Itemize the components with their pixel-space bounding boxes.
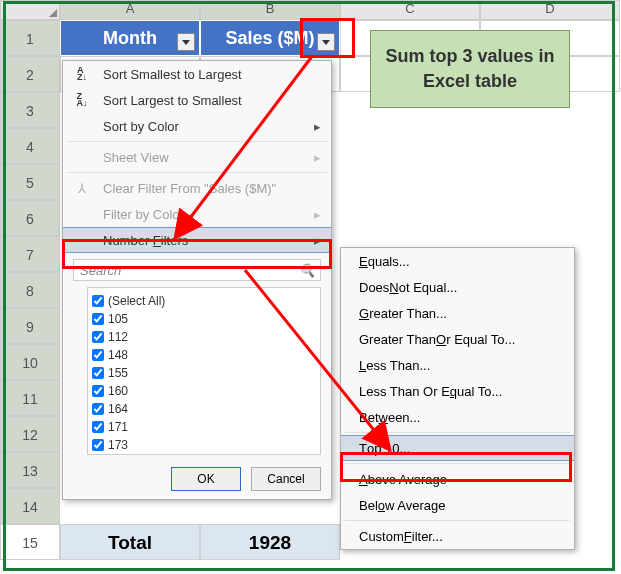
sort-by-color[interactable]: Sort by Color ▸ bbox=[63, 113, 331, 139]
table-header-sales[interactable]: Sales ($M) bbox=[200, 20, 340, 56]
menu-label: Sort by Color bbox=[103, 119, 179, 134]
check-label: 173 bbox=[108, 438, 128, 452]
sort-asc[interactable]: AZ↓ Sort Smallest to Largest bbox=[63, 61, 331, 87]
checkbox[interactable] bbox=[92, 439, 104, 451]
menu-label: Number Filters bbox=[103, 233, 188, 248]
rownum[interactable]: 5 bbox=[0, 164, 60, 200]
submenu-arrow-icon: ▸ bbox=[314, 119, 321, 134]
rownum[interactable]: 3 bbox=[0, 92, 60, 128]
sort-desc-icon: ZA↓ bbox=[73, 93, 91, 107]
checkbox[interactable] bbox=[92, 403, 104, 415]
column-headers: A B C D bbox=[60, 0, 620, 20]
rownum[interactable]: 13 bbox=[0, 452, 60, 488]
cancel-button[interactable]: Cancel bbox=[251, 467, 321, 491]
filter-below-avg[interactable]: Below Average bbox=[341, 492, 574, 518]
separator bbox=[67, 141, 327, 142]
annotation-callout: Sum top 3 values in Excel table bbox=[370, 30, 570, 108]
rownum[interactable]: 8 bbox=[0, 272, 60, 308]
search-placeholder: Search bbox=[80, 263, 121, 278]
number-filters-submenu: Equals... Does Not Equal... Greater Than… bbox=[340, 247, 575, 550]
filter-search[interactable]: Search 🔍 bbox=[73, 259, 321, 281]
checkbox[interactable] bbox=[92, 349, 104, 361]
rownum[interactable]: 6 bbox=[0, 200, 60, 236]
table-header-label: Month bbox=[103, 28, 157, 49]
search-icon: 🔍 bbox=[299, 263, 315, 278]
submenu-arrow-icon: ▸ bbox=[314, 150, 321, 165]
filter-above-avg[interactable]: Above Average bbox=[341, 466, 574, 492]
separator bbox=[345, 463, 570, 464]
sort-desc[interactable]: ZA↓ Sort Largest to Smallest bbox=[63, 87, 331, 113]
rownum[interactable]: 1 bbox=[0, 20, 60, 56]
checkbox[interactable] bbox=[92, 421, 104, 433]
filter-top10[interactable]: Top 10... bbox=[341, 435, 574, 461]
separator bbox=[345, 432, 570, 433]
sort-asc-icon: AZ↓ bbox=[73, 67, 91, 81]
checkbox[interactable] bbox=[92, 331, 104, 343]
rownum[interactable]: 11 bbox=[0, 380, 60, 416]
filter-greater[interactable]: Greater Than... bbox=[341, 300, 574, 326]
check-label: (Select All) bbox=[108, 294, 165, 308]
row-headers: 1 2 3 4 5 6 7 8 9 10 11 12 13 14 15 bbox=[0, 20, 60, 560]
filter-not-equal[interactable]: Does Not Equal... bbox=[341, 274, 574, 300]
menu-label: Filter by Color bbox=[103, 207, 184, 222]
colhead-D[interactable]: D bbox=[480, 0, 620, 20]
filter-menu: AZ↓ Sort Smallest to Largest ZA↓ Sort La… bbox=[62, 60, 332, 500]
filter-between[interactable]: Between... bbox=[341, 404, 574, 430]
clear-filter: ⅄ Clear Filter From "Sales ($M)" bbox=[63, 175, 331, 201]
check-label: 148 bbox=[108, 348, 128, 362]
checkbox[interactable] bbox=[92, 313, 104, 325]
checkbox[interactable] bbox=[92, 295, 104, 307]
checkbox[interactable] bbox=[92, 367, 104, 379]
filter-less-eq[interactable]: Less Than Or Equal To... bbox=[341, 378, 574, 404]
number-filters[interactable]: Number Filters ▸ bbox=[63, 227, 331, 253]
menu-label: Clear Filter From "Sales ($M)" bbox=[103, 181, 276, 196]
rownum[interactable]: 14 bbox=[0, 488, 60, 524]
select-all-cell[interactable] bbox=[0, 0, 60, 20]
separator bbox=[345, 520, 570, 521]
rownum[interactable]: 4 bbox=[0, 128, 60, 164]
filter-less[interactable]: Less Than... bbox=[341, 352, 574, 378]
check-label: 155 bbox=[108, 366, 128, 380]
ok-button[interactable]: OK bbox=[171, 467, 241, 491]
rownum[interactable]: 15 bbox=[0, 524, 60, 560]
rownum[interactable]: 10 bbox=[0, 344, 60, 380]
filter-equals[interactable]: Equals... bbox=[341, 248, 574, 274]
colhead-B[interactable]: B bbox=[200, 0, 340, 20]
filter-by-color: Filter by Color ▸ bbox=[63, 201, 331, 227]
table-header-label: Sales ($M) bbox=[225, 28, 314, 49]
check-label: 164 bbox=[108, 402, 128, 416]
separator bbox=[67, 172, 327, 173]
menu-label: Sort Smallest to Largest bbox=[103, 67, 242, 82]
table-header-month[interactable]: Month bbox=[60, 20, 200, 56]
total-row: Total 1928 bbox=[60, 524, 340, 560]
filter-custom[interactable]: Custom Filter... bbox=[341, 523, 574, 549]
check-label: 160 bbox=[108, 384, 128, 398]
submenu-arrow-icon: ▸ bbox=[314, 207, 321, 222]
colhead-A[interactable]: A bbox=[60, 0, 200, 20]
filter-checklist[interactable]: (Select All) 105 112 148 155 160 164 171… bbox=[87, 287, 321, 455]
sheet-view: Sheet View ▸ bbox=[63, 144, 331, 170]
colhead-C[interactable]: C bbox=[340, 0, 480, 20]
rownum[interactable]: 2 bbox=[0, 56, 60, 92]
rownum[interactable]: 7 bbox=[0, 236, 60, 272]
rownum[interactable]: 9 bbox=[0, 308, 60, 344]
filter-dropdown-icon[interactable] bbox=[317, 33, 335, 51]
submenu-arrow-icon: ▸ bbox=[314, 233, 321, 248]
filter-greater-eq[interactable]: Greater Than Or Equal To... bbox=[341, 326, 574, 352]
total-label: Total bbox=[60, 524, 200, 560]
clear-filter-icon: ⅄ bbox=[73, 181, 91, 196]
check-label: 171 bbox=[108, 420, 128, 434]
menu-label: Sort Largest to Smallest bbox=[103, 93, 242, 108]
check-label: 112 bbox=[108, 330, 128, 344]
total-value: 1928 bbox=[200, 524, 340, 560]
checkbox[interactable] bbox=[92, 385, 104, 397]
check-label: 105 bbox=[108, 312, 128, 326]
filter-dropdown-icon[interactable] bbox=[177, 33, 195, 51]
menu-label: Sheet View bbox=[103, 150, 169, 165]
rownum[interactable]: 12 bbox=[0, 416, 60, 452]
